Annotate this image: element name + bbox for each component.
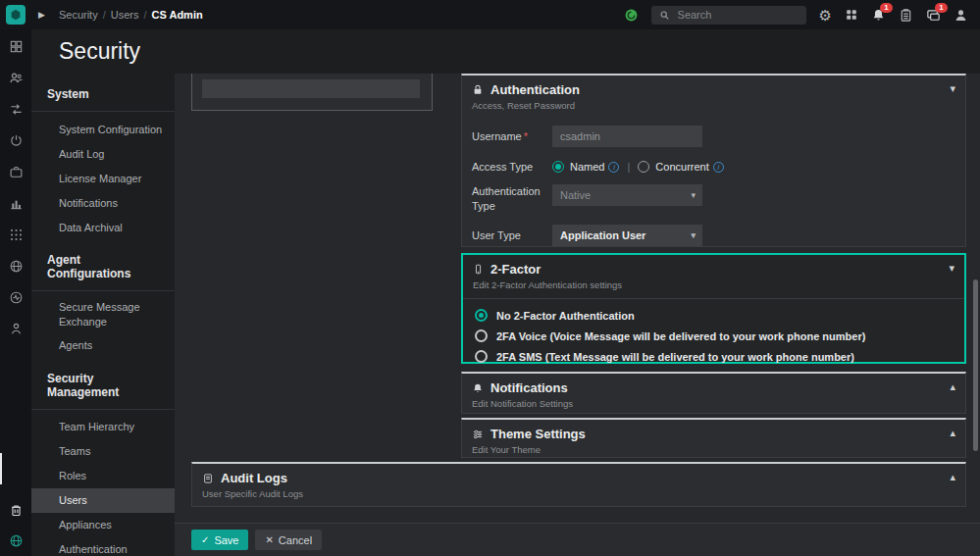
page-header: Security: [31, 29, 980, 74]
twofa-voice-radio[interactable]: [475, 329, 488, 342]
theme-settings-panel-subtitle: Edit Your Theme: [472, 444, 955, 455]
sliders-icon: [472, 429, 484, 440]
chevron-down-icon[interactable]: ▾: [950, 82, 955, 95]
language-globe-icon[interactable]: [9, 533, 24, 548]
notifications-panel: Notifications ▴ Edit Notification Settin…: [461, 372, 966, 414]
dashboard-icon[interactable]: [9, 39, 24, 54]
sidebar-item-secure-message-exchange[interactable]: Secure Message Exchange: [31, 296, 175, 333]
chevron-up-icon[interactable]: ▴: [950, 380, 955, 393]
authentication-type-label: Authentication Type: [472, 184, 552, 213]
breadcrumb: Security / Users / CS Admin: [59, 9, 203, 21]
network-globe-icon[interactable]: [9, 259, 24, 274]
two-factor-panel-header[interactable]: 2-Factor ▾ Edit 2-Factor Authentication …: [463, 255, 964, 299]
workflow-icon[interactable]: [9, 102, 24, 117]
sidebar-item-authentication[interactable]: Authentication: [31, 537, 175, 556]
chevron-down-icon: ▾: [691, 190, 696, 200]
sidebar-item-appliances[interactable]: Appliances: [31, 513, 175, 537]
access-type-concurrent-label: Concurrent: [655, 161, 708, 173]
sidebar-item-system-configuration[interactable]: System Configuration: [31, 117, 175, 141]
sidebar-item-notifications[interactable]: Notifications: [31, 190, 175, 215]
chevron-up-icon[interactable]: ▴: [950, 471, 955, 483]
device-badge: 1: [935, 3, 948, 13]
sidebar-section-security-management: Security Management: [31, 358, 175, 410]
theme-settings-panel: Theme Settings ▴ Edit Your Theme: [461, 418, 966, 458]
power-icon[interactable]: [9, 133, 24, 148]
search-icon: [659, 10, 670, 21]
chevron-down-icon[interactable]: ▾: [949, 262, 954, 275]
notifications-bell-icon[interactable]: 1: [871, 8, 886, 23]
notifications-panel-title: Notifications: [490, 380, 568, 395]
analytics-icon[interactable]: [9, 196, 24, 211]
user-type-row: User Type Application User ▾: [472, 225, 955, 246]
form-fragment-panel: [191, 74, 433, 111]
contacts-icon[interactable]: [9, 322, 24, 336]
sidebar-item-license-manager[interactable]: License Manager: [31, 166, 175, 190]
search-input[interactable]: [676, 8, 799, 22]
sidebar: System System Configuration Audit Log Li…: [31, 74, 175, 556]
breadcrumb-separator: /: [103, 9, 106, 21]
theme-settings-panel-header[interactable]: Theme Settings ▴ Edit Your Theme: [462, 420, 965, 455]
user-type-select[interactable]: Application User ▾: [552, 225, 702, 246]
icon-rail: [0, 29, 31, 556]
concurrent-info-icon[interactable]: i: [713, 162, 724, 173]
save-button-label: Save: [214, 534, 238, 546]
breadcrumb-security[interactable]: Security: [59, 9, 98, 21]
mobile-phone-icon: [473, 263, 484, 276]
twofa-voice-label: 2FA Voice (Voice Message will be deliver…: [496, 330, 865, 342]
sidebar-item-roles[interactable]: Roles: [31, 464, 175, 488]
tasks-clipboard-icon[interactable]: [899, 8, 913, 23]
user-menu-icon[interactable]: [954, 8, 968, 23]
access-type-concurrent-radio[interactable]: [638, 161, 649, 173]
save-button[interactable]: ✓ Save: [191, 530, 248, 550]
twofa-sms-radio[interactable]: [475, 350, 488, 363]
settings-gear-icon[interactable]: ⚙: [819, 8, 832, 23]
trash-icon[interactable]: [9, 503, 24, 518]
fragment-text-input[interactable]: [202, 79, 420, 98]
username-row: Username*: [472, 126, 955, 147]
users-icon[interactable]: [9, 71, 24, 85]
sidebar-item-team-hierarchy[interactable]: Team Hierarchy: [31, 415, 175, 439]
sidebar-section-system: System: [31, 74, 175, 112]
notification-badge: 1: [880, 3, 893, 13]
sidebar-item-data-archival[interactable]: Data Archival: [31, 215, 175, 239]
app-logo-icon[interactable]: [6, 5, 26, 25]
check-icon: ✓: [201, 534, 209, 545]
sidebar-item-users[interactable]: Users: [31, 488, 175, 513]
two-factor-panel-title: 2-Factor: [490, 262, 541, 277]
bell-icon: [472, 382, 484, 394]
apps-grid-icon[interactable]: [9, 227, 24, 242]
sidebar-toggle-icon[interactable]: ▶: [38, 10, 45, 20]
apps-menu-icon[interactable]: [845, 8, 858, 22]
authentication-panel-header[interactable]: Authentication ▾ Access, Reset Password: [462, 76, 965, 111]
audit-logs-panel-header[interactable]: Audit Logs ▴ User Specific Audit Logs: [192, 464, 965, 499]
authentication-type-select: Native ▾: [552, 184, 702, 206]
assets-briefcase-icon[interactable]: [9, 165, 24, 179]
user-type-value: Application User: [560, 229, 645, 241]
access-type-named-radio[interactable]: [552, 161, 564, 173]
monitoring-icon[interactable]: [9, 290, 24, 305]
notifications-panel-header[interactable]: Notifications ▴ Edit Notification Settin…: [462, 374, 965, 409]
chevron-up-icon[interactable]: ▴: [950, 427, 955, 439]
sidebar-item-teams[interactable]: Teams: [31, 439, 175, 464]
sidebar-section-agent-configurations: Agent Configurations: [31, 239, 175, 291]
cancel-button[interactable]: ✕ Cancel: [255, 530, 322, 550]
chevron-down-icon: ▾: [691, 230, 696, 240]
two-factor-panel: 2-Factor ▾ Edit 2-Factor Authentication …: [461, 253, 966, 364]
notifications-panel-subtitle: Edit Notification Settings: [472, 398, 955, 409]
twofa-none-radio[interactable]: [475, 309, 488, 322]
breadcrumb-users[interactable]: Users: [111, 9, 139, 21]
authentication-panel-title: Authentication: [490, 82, 580, 97]
sidebar-item-agents[interactable]: Agents: [31, 333, 175, 358]
scrollbar-thumb[interactable]: [973, 279, 978, 451]
page-title: Security: [31, 29, 980, 65]
authentication-type-value: Native: [560, 189, 591, 201]
cross-icon: ✕: [265, 534, 273, 545]
breadcrumb-separator: /: [143, 9, 146, 21]
sidebar-item-audit-log[interactable]: Audit Log: [31, 141, 175, 166]
named-info-icon[interactable]: i: [608, 162, 619, 173]
status-icon[interactable]: [624, 8, 639, 23]
required-asterisk: *: [524, 130, 528, 142]
search-box[interactable]: [651, 6, 806, 25]
twofa-sms-label: 2FA SMS (Text Message will be delivered …: [496, 351, 854, 363]
devices-icon[interactable]: 1: [926, 8, 941, 23]
